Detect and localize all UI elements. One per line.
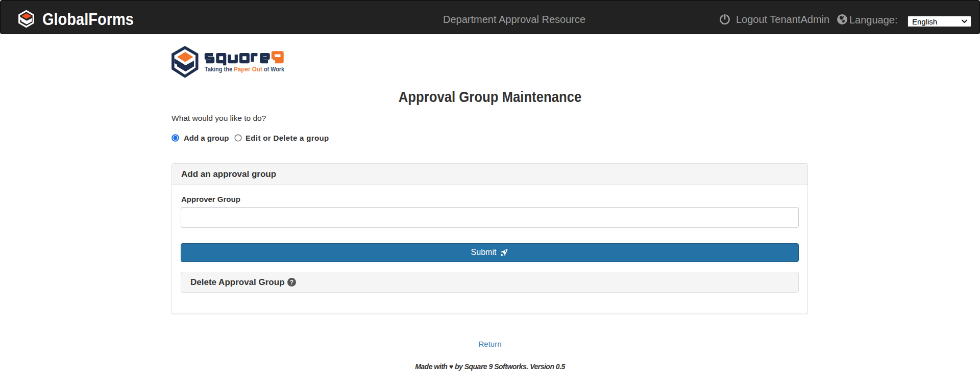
svg-text:?: ? xyxy=(290,279,293,286)
svg-text:Paper Out: Paper Out xyxy=(234,66,263,73)
svg-text:Taking the: Taking the xyxy=(205,66,232,73)
svg-text:of Work: of Work xyxy=(264,66,284,73)
